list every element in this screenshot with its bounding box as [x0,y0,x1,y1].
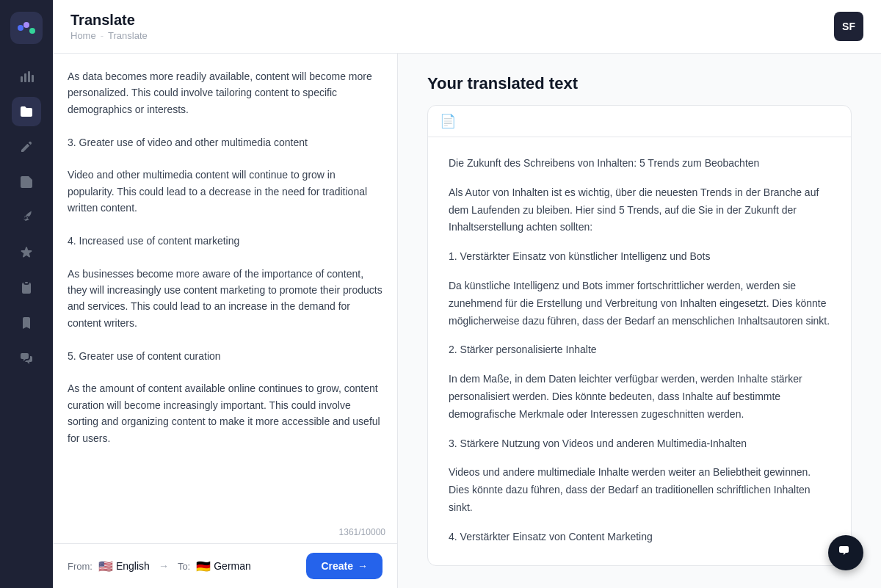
svg-point-1 [23,22,29,28]
to-lang-value[interactable]: 🇩🇪 German [196,559,251,573]
translated-paragraph: Da künstliche Intelligenz und Bots immer… [449,277,830,330]
create-arrow: → [358,560,368,572]
svg-rect-4 [24,73,26,82]
right-panel-header: Your translated text [398,54,881,105]
breadcrumb-separator: - [101,30,104,41]
from-lang-name: English [116,560,150,572]
create-label: Create [321,560,353,572]
user-avatar[interactable]: SF [834,12,863,41]
svg-rect-5 [28,71,30,82]
lang-arrow: → [159,560,169,572]
from-lang-group: From: 🇺🇸 English [68,559,150,573]
main-content: Translate Home - Translate SF 1361/10000… [53,0,881,588]
svg-rect-6 [32,75,34,82]
copy-icon[interactable] [12,273,41,302]
page-title: Translate [70,12,148,29]
chart-icon[interactable] [12,62,41,91]
from-lang-value[interactable]: 🇺🇸 English [98,559,150,573]
to-lang-name: German [214,560,251,572]
rocket-icon[interactable] [12,203,41,232]
to-label: To: [178,561,190,572]
translated-paragraph: 2. Stärker personalisierte Inhalte [449,341,830,359]
source-textarea[interactable] [53,54,397,543]
svg-point-0 [18,25,23,31]
translated-paragraph: 3. Stärkere Nutzung von Videos und ander… [449,435,830,453]
sidebar [0,0,53,588]
folder-icon[interactable] [12,97,41,126]
bookmark-icon[interactable] [12,308,41,338]
doc-icon: 📄 [440,113,456,129]
chat-sidebar-icon[interactable] [12,344,41,373]
translated-paragraph: Als Autor von Inhalten ist es wichtig, ü… [449,184,830,236]
chat-fab-button[interactable] [828,535,863,570]
translated-paragraph: In dem Maße, in dem Daten leichter verfü… [449,371,830,423]
from-label: From: [68,561,93,572]
header: Translate Home - Translate SF [53,0,881,54]
breadcrumb-home[interactable]: Home [70,30,96,41]
right-panel: Your translated text 📄 Die Zukunft des S… [398,54,881,588]
translated-paragraph: Die Zukunft des Schreibens von Inhalten:… [449,155,830,173]
left-panel: 1361/10000 From: 🇺🇸 English → To: 🇩🇪 Ger… [53,54,398,588]
star-icon[interactable] [12,238,41,267]
translated-content-card: 📄 Die Zukunft des Schreibens von Inhalte… [427,105,852,566]
translated-title: Your translated text [427,74,852,93]
to-lang-group: To: 🇩🇪 German [178,559,251,573]
textarea-wrapper: 1361/10000 [53,54,397,543]
doc-icon-bar: 📄 [428,106,851,137]
create-button[interactable]: Create → [306,553,383,579]
char-count: 1361/10000 [339,527,385,537]
translated-paragraph: 4. Verstärkter Einsatz von Content Marke… [449,529,830,546]
from-flag: 🇺🇸 [98,559,113,573]
translated-paragraph: Videos und andere multimediale Inhalte w… [449,464,830,516]
content-area: 1361/10000 From: 🇺🇸 English → To: 🇩🇪 Ger… [53,54,881,588]
edit-icon[interactable] [12,132,41,161]
bottom-bar: From: 🇺🇸 English → To: 🇩🇪 German Create [53,543,397,588]
header-left: Translate Home - Translate [70,12,148,41]
breadcrumb-current: Translate [108,30,148,41]
app-logo[interactable] [10,12,43,44]
to-flag: 🇩🇪 [196,559,211,573]
document-icon[interactable] [12,167,41,197]
svg-rect-3 [21,76,23,82]
breadcrumb: Home - Translate [70,30,148,41]
translated-text-body[interactable]: Die Zukunft des Schreibens von Inhalten:… [428,137,851,565]
translated-paragraph: 1. Verstärkter Einsatz von künstlicher I… [449,248,830,266]
svg-point-2 [29,28,35,34]
